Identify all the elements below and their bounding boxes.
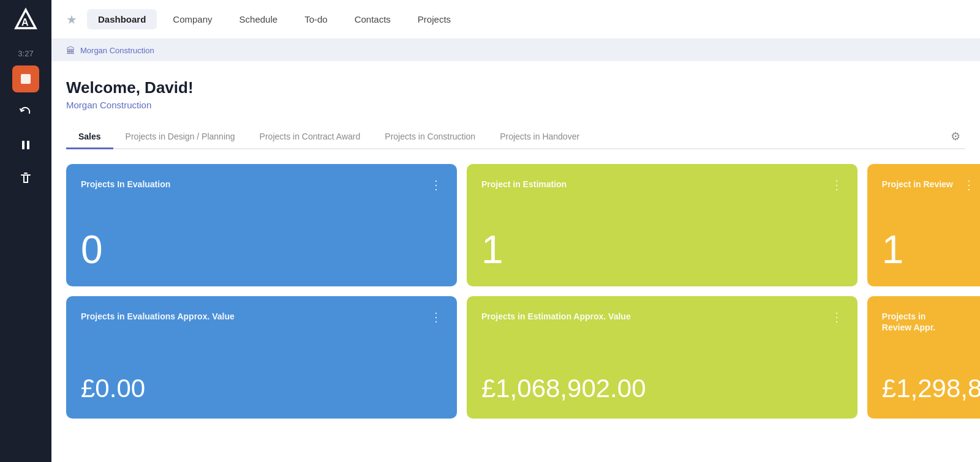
welcome-title: Welcome, David! <box>66 78 965 97</box>
cards-row-2: Projects in Evaluations Approx. Value ⋮ … <box>66 296 965 419</box>
tab-handover[interactable]: Projects in Handover <box>488 125 592 149</box>
card-evaluation-amount: £0.00 <box>81 376 442 401</box>
cards-row-1: Projects In Evaluation ⋮ 0 Project in Es… <box>66 164 965 286</box>
building-icon: 🏛 <box>66 45 75 56</box>
tab-sales[interactable]: Sales <box>66 125 113 149</box>
card-review: Project in Review ⋮ 1 <box>867 164 980 286</box>
card-review-menu[interactable]: ⋮ <box>963 179 975 191</box>
card-evaluation-title: Projects In Evaluation <box>81 179 170 190</box>
app-logo[interactable]: A <box>13 7 38 32</box>
card-evaluation-value-title: Projects in Evaluations Approx. Value <box>81 311 235 322</box>
svg-rect-3 <box>22 141 24 149</box>
top-navigation: ★ Dashboard Company Schedule To-do Conta… <box>51 0 980 39</box>
card-review-amount: £1,298,82 <box>882 376 975 401</box>
page-content: Welcome, David! Morgan Construction Sale… <box>51 61 980 462</box>
card-evaluation-value: 0 <box>81 230 442 269</box>
pause-button[interactable] <box>12 132 39 158</box>
record-button[interactable] <box>12 65 39 92</box>
nav-company[interactable]: Company <box>162 9 223 29</box>
nav-projects[interactable]: Projects <box>407 9 462 29</box>
sidebar-time: 3:27 <box>18 49 33 58</box>
breadcrumb-company[interactable]: Morgan Construction <box>80 46 154 55</box>
settings-gear-icon[interactable]: ⚙ <box>946 125 965 148</box>
delete-button[interactable] <box>12 165 39 192</box>
svg-rect-2 <box>21 74 31 84</box>
card-estimation-value-title: Projects in Estimation Approx. Value <box>481 311 631 322</box>
card-estimation-amount: £1,068,902.00 <box>481 376 843 401</box>
undo-button[interactable] <box>12 99 39 125</box>
card-review-title: Project in Review <box>882 179 953 190</box>
card-estimation-value-menu[interactable]: ⋮ <box>831 311 843 323</box>
main-content: ★ Dashboard Company Schedule To-do Conta… <box>51 0 980 462</box>
tab-contract-award[interactable]: Projects in Contract Award <box>247 125 373 149</box>
card-evaluation-value-menu[interactable]: ⋮ <box>430 311 442 323</box>
svg-text:A: A <box>21 17 29 28</box>
tab-construction[interactable]: Projects in Construction <box>372 125 488 149</box>
nav-contacts[interactable]: Contacts <box>344 9 402 29</box>
dashboard-tabs: Sales Projects in Design / Planning Proj… <box>66 125 965 149</box>
favorite-star-icon[interactable]: ★ <box>66 12 77 27</box>
card-review-value-title: Projects in Review Appr. <box>882 311 957 333</box>
card-evaluation-value: Projects in Evaluations Approx. Value ⋮ … <box>66 296 457 419</box>
breadcrumb: 🏛 Morgan Construction <box>51 39 980 61</box>
tab-design-planning[interactable]: Projects in Design / Planning <box>113 125 247 149</box>
nav-dashboard[interactable]: Dashboard <box>87 9 157 29</box>
card-estimation-value: 1 <box>481 230 843 269</box>
card-evaluation: Projects In Evaluation ⋮ 0 <box>66 164 457 286</box>
sidebar-logo: A <box>0 0 51 39</box>
card-review-value: 1 <box>882 230 975 269</box>
nav-schedule[interactable]: Schedule <box>228 9 289 29</box>
sidebar: A 3:27 <box>0 0 51 462</box>
card-estimation: Project in Estimation ⋮ 1 <box>467 164 858 286</box>
nav-todo[interactable]: To-do <box>293 9 339 29</box>
card-estimation-menu[interactable]: ⋮ <box>831 179 843 191</box>
card-estimation-value: Projects in Estimation Approx. Value ⋮ £… <box>467 296 858 419</box>
card-estimation-title: Project in Estimation <box>481 179 567 190</box>
svg-rect-4 <box>27 141 29 149</box>
company-subtitle: Morgan Construction <box>66 100 965 110</box>
card-review-value: Projects in Review Appr. £1,298,82 <box>867 296 980 419</box>
card-evaluation-menu[interactable]: ⋮ <box>430 179 442 191</box>
